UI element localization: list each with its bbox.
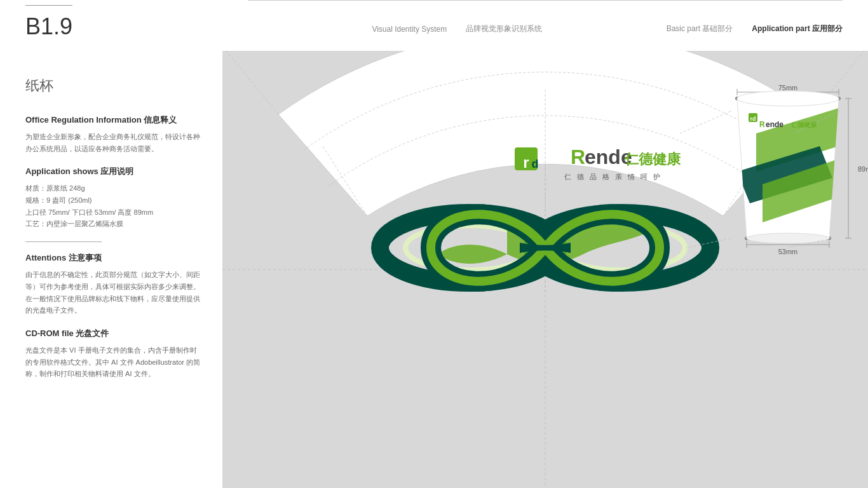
svg-text:53mm: 53mm <box>778 248 798 255</box>
page-number: B1.9 <box>25 5 72 40</box>
svg-text:仁 德 品 格   亲 情 呵 护: 仁 德 品 格 亲 情 呵 护 <box>564 173 662 180</box>
page-title: 纸杯 <box>25 76 203 95</box>
svg-text:R: R <box>571 146 585 168</box>
section2-heading: Application shows 应用说明 <box>25 166 203 177</box>
svg-text:r: r <box>523 154 529 171</box>
svg-text:ende: ende <box>766 120 783 129</box>
header-left: B1.9 <box>25 5 248 46</box>
page-header: B1.9 Visual Identity System 品牌视觉形象识别系统 B… <box>0 0 868 51</box>
diagram-svg: r d R ende 仁德健康 仁 德 品 格 亲 情 呵 护 <box>222 51 868 488</box>
spec-size: 规格：9 盎司 (250ml) <box>25 194 203 207</box>
divider <box>25 241 102 242</box>
svg-text:仁德健康: 仁德健康 <box>790 121 817 128</box>
spec-dimensions: 上口径 75mm/ 下口径 53mm/ 高度 89mm <box>25 207 203 219</box>
header-center: Visual Identity System 品牌视觉形象识别系统 <box>248 0 667 51</box>
section4-heading: CD-ROM file 光盘文件 <box>25 328 203 339</box>
svg-text:rd: rd <box>750 116 756 122</box>
section2-specs: 材质：原浆纸 248g 规格：9 盎司 (250ml) 上口径 75mm/ 下口… <box>25 182 203 230</box>
header-vis-zh: 品牌视觉形象识别系统 <box>466 24 542 34</box>
header-application: Application part 应用部分 <box>752 24 843 34</box>
header-vis-en: Visual Identity System <box>372 25 447 34</box>
main-area: r d R ende 仁德健康 仁 德 品 格 亲 情 呵 护 <box>222 51 868 488</box>
spec-process: 工艺：内壁涂一层聚乙烯隔水膜 <box>25 218 203 230</box>
svg-point-35 <box>747 233 829 243</box>
section3-text: 由于信息的不确定性，此页部分规范（如文字大小、间距等）可作为参考使用，具体可根据… <box>25 269 203 316</box>
section1-heading: Office Regulation Information 信息释义 <box>25 114 203 126</box>
svg-point-34 <box>737 91 839 106</box>
svg-text:R: R <box>759 120 765 129</box>
svg-text:d: d <box>532 158 539 170</box>
section4-text: 光盘文件是本 VI 手册电子文件的集合，内含手册制作时的专用软件格式文件。其中 … <box>25 344 203 380</box>
section3-heading: Attentions 注意事项 <box>25 252 203 264</box>
svg-text:仁德健康: 仁德健康 <box>624 151 681 167</box>
section1-text: 为塑造企业新形象，配合企业商务礼仪规范，特设计各种办公系统用品，以适应各种商务活… <box>25 131 203 154</box>
svg-text:75mm: 75mm <box>778 84 798 92</box>
left-panel: 纸杯 Office Regulation Information 信息释义 为塑… <box>0 51 222 488</box>
svg-line-2 <box>222 51 278 114</box>
svg-text:89mm: 89mm <box>858 165 868 173</box>
header-basic: Basic part 基础部分 <box>667 24 733 34</box>
spec-material: 材质：原浆纸 248g <box>25 182 203 194</box>
header-right: Basic part 基础部分 Application part 应用部分 <box>667 0 843 51</box>
